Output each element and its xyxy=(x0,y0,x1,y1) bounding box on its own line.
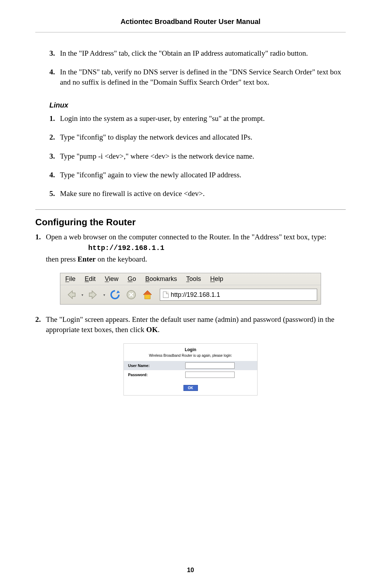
step-text: Make sure no firewall is active on devic… xyxy=(60,189,346,198)
menu-bookmarks[interactable]: Bookmarks xyxy=(145,275,177,283)
menu-view[interactable]: View xyxy=(105,275,119,283)
login-title: Login xyxy=(124,344,257,354)
step-text: The "Login" screen appears. Enter the de… xyxy=(46,314,346,335)
password-field[interactable] xyxy=(185,372,235,378)
step2-pre: The "Login" screen appears. Enter the de… xyxy=(46,315,334,333)
ok-button[interactable]: OK xyxy=(183,385,198,391)
list-item: 3.Type "pump -i <dev>," where <dev> is t… xyxy=(49,151,346,161)
login-screenshot: Login Wireless Broadband Router is up ag… xyxy=(123,343,258,396)
menu-go[interactable]: Go xyxy=(128,275,136,283)
step-number: 2. xyxy=(35,314,46,335)
step-text: Open a web browser on the computer conne… xyxy=(46,232,346,264)
forward-icon[interactable] xyxy=(86,287,101,302)
config-step-list-2: 2. The "Login" screen appears. Enter the… xyxy=(35,314,346,335)
login-username-row: User Name: xyxy=(124,361,257,370)
back-dropdown-icon[interactable]: ▾ xyxy=(80,287,84,302)
linux-step-list: 1.Login into the system as a super-user,… xyxy=(49,114,346,199)
step-number: 1. xyxy=(49,114,60,123)
list-item: 2. The "Login" screen appears. Enter the… xyxy=(35,314,346,335)
step2-post: . xyxy=(158,325,159,334)
ok-word: OK xyxy=(146,325,158,334)
step-text: Type "ifconfig" again to view the newly … xyxy=(60,170,346,180)
menu-edit[interactable]: Edit xyxy=(85,275,96,283)
login-message: Wireless Broadband Router is up again, p… xyxy=(124,354,257,357)
step1-post-c: on the keyboard. xyxy=(96,255,147,263)
list-item: 1. Open a web browser on the computer co… xyxy=(35,232,346,264)
top-step-list: 3. In the "IP Address" tab, click the "O… xyxy=(49,48,346,87)
back-icon[interactable] xyxy=(64,287,79,302)
home-icon[interactable] xyxy=(140,287,155,302)
step-number: 3. xyxy=(49,151,60,161)
page-number: 10 xyxy=(0,566,381,574)
step-text: Type "ifconfig" to display the network d… xyxy=(60,132,346,142)
list-item: 3. In the "IP Address" tab, click the "O… xyxy=(49,48,346,58)
list-item: 1.Login into the system as a super-user,… xyxy=(49,114,346,123)
config-step-list: 1. Open a web browser on the computer co… xyxy=(35,232,346,264)
username-label: User Name: xyxy=(128,363,167,368)
browser-menu-bar: File Edit View Go Bookmarks Tools Help xyxy=(60,273,321,285)
reload-icon[interactable] xyxy=(108,287,122,302)
step-number: 4. xyxy=(49,67,60,87)
login-button-row: OK xyxy=(124,385,257,391)
browser-toolbar: ▾ ▾ http://192.168.1.1 xyxy=(60,285,321,304)
list-item: 4. In the "DNS" tab, verify no DNS serve… xyxy=(49,67,346,87)
enter-key: Enter xyxy=(78,255,96,263)
step-number: 1. xyxy=(35,232,46,264)
step-number: 3. xyxy=(49,48,60,58)
router-url: http://192.168.1.1 xyxy=(46,243,346,253)
document-header: Actiontec Broadband Router User Manual xyxy=(35,18,346,32)
step-text: In the "IP Address" tab, click the "Obta… xyxy=(60,48,346,58)
list-item: 4.Type "ifconfig" again to view the newl… xyxy=(49,170,346,180)
forward-dropdown-icon[interactable]: ▾ xyxy=(102,287,106,302)
step-text: Login into the system as a super-user, b… xyxy=(60,114,346,123)
username-field[interactable] xyxy=(185,362,235,369)
list-item: 5.Make sure no firewall is active on dev… xyxy=(49,189,346,198)
menu-help[interactable]: Help xyxy=(210,275,223,283)
password-label: Password: xyxy=(128,373,167,377)
step1-post-a: then press xyxy=(46,255,78,263)
linux-heading: Linux xyxy=(49,101,346,109)
page-icon xyxy=(163,292,169,298)
step-number: 5. xyxy=(49,189,60,198)
browser-screenshot: File Edit View Go Bookmarks Tools Help ▾… xyxy=(60,273,321,305)
step1-pre: Open a web browser on the computer conne… xyxy=(46,233,326,241)
list-item: 2.Type "ifconfig" to display the network… xyxy=(49,132,346,142)
step-text: Type "pump -i <dev>," where <dev> is the… xyxy=(60,151,346,161)
address-bar[interactable]: http://192.168.1.1 xyxy=(160,289,317,301)
section-divider xyxy=(35,209,346,210)
menu-file[interactable]: File xyxy=(65,275,75,283)
address-text: http://192.168.1.1 xyxy=(171,291,220,299)
step-text: In the "DNS" tab, verify no DNS server i… xyxy=(60,67,346,87)
login-password-row: Password: xyxy=(124,370,257,379)
step-number: 2. xyxy=(49,132,60,142)
stop-icon[interactable] xyxy=(124,287,139,302)
configuring-heading: Configuring the Router xyxy=(35,217,346,228)
menu-tools[interactable]: Tools xyxy=(186,275,201,283)
step-number: 4. xyxy=(49,170,60,180)
